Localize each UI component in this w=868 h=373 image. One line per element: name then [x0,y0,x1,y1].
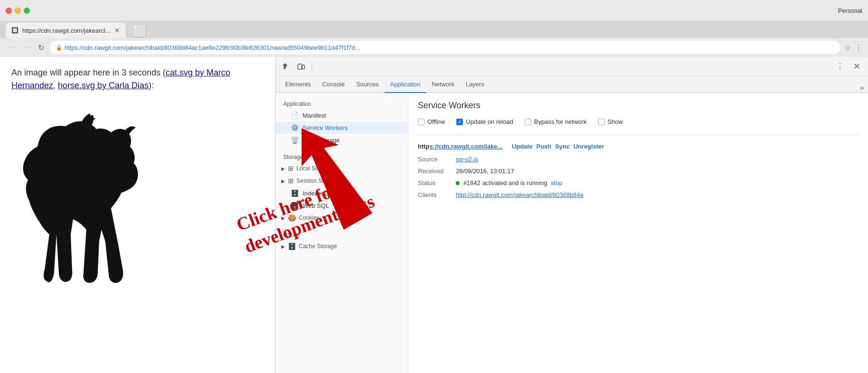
tab-close-button[interactable]: ✕ [114,27,120,34]
source-row: Source sw-v2.js [418,156,859,163]
devtools-sidebar: Application 📄 Manifest ⚙️ Service Worker… [276,93,408,373]
worker-url-prefix: http [418,143,430,150]
clients-label: Clients [418,191,456,198]
bypass-for-network-option[interactable]: Bypass for network [525,118,587,125]
worker-url-link[interactable]: s://cdn.rawgit.com/jake... [430,143,503,150]
clear-storage-icon: 🗑️ [291,136,299,144]
local-storage-icon: ⊞ [288,165,294,172]
offline-label: Offline [427,118,445,125]
close-button[interactable] [6,8,12,14]
update-on-reload-checkbox[interactable]: ✓ [456,119,463,125]
tab-layers[interactable]: Layers [460,76,490,93]
sidebar-label-web-sql: Web SQL [303,202,329,209]
svg-rect-2 [298,64,302,69]
clients-row: Clients http://cdn.rawgit.com/jakearchib… [418,191,859,198]
sidebar-section-application: Application [276,97,408,109]
web-sql-icon: 🗄️ [291,202,299,209]
sidebar-section-storage: Storage [276,150,408,162]
show-label: Show [608,118,623,125]
stop-link[interactable]: stop [551,179,563,186]
push-link[interactable]: Push [536,143,552,150]
offline-option[interactable]: Offline [418,118,445,125]
sidebar-label-local-storage: Local Storage [296,165,332,172]
clients-value-link[interactable]: http://cdn.rawgit.com/jakearchibald/8036… [456,191,583,198]
show-option[interactable]: Show [598,118,623,125]
sidebar-group-session-storage[interactable]: ▶ ⊞ Session Storage [276,175,408,187]
bookmark-button[interactable]: ☆ [844,43,851,52]
sidebar-label-manifest: Manifest [303,112,326,119]
tab-elements[interactable]: Elements [279,76,316,93]
toolbar-separator [312,62,312,71]
sidebar-label-clear-storage: Clear storage [303,137,340,144]
service-workers-icon: ⚙️ [291,124,299,131]
cookies-arrow: ▶ [281,215,285,221]
minimize-button[interactable] [15,8,21,14]
browser-tab[interactable]: 🔲 https://cdn.rawgit.com/jakearcl... ✕ [6,23,126,38]
horse-link[interactable]: horse.svg by Carla Dias [58,81,148,90]
status-indicator [456,181,460,185]
sidebar-group-cookies[interactable]: ▶ 🍪 Cookies [276,212,408,224]
page-intro-text: An image will appear here in 3 seconds (… [11,66,264,92]
back-button[interactable]: ← [6,42,17,53]
tab-title: https://cdn.rawgit.com/jakearcl... [22,27,111,34]
update-link[interactable]: Update [512,143,533,150]
bypass-for-network-label: Bypass for network [534,118,587,125]
more-tabs-button[interactable]: » [860,84,864,92]
tab-favicon: 🔲 [11,27,18,34]
source-file-link[interactable]: sw-v2.js [456,156,478,163]
refresh-button[interactable]: ↻ [36,42,46,53]
worker-url-row: https://cdn.rawgit.com/jake... Update Pu… [418,143,859,150]
source-label: Source [418,156,456,163]
manifest-icon: 📄 [291,112,299,119]
panel-title: Service Workers [418,101,859,111]
status-label: Status [418,179,456,186]
bypass-for-network-checkbox[interactable] [525,119,531,125]
session-storage-arrow: ▶ [281,178,285,184]
device-toolbar-icon[interactable] [295,60,308,73]
cookies-icon: 🍪 [288,214,296,222]
show-checkbox[interactable] [598,119,605,125]
address-bar-input[interactable]: 🔒 https://cdn.rawgit.com/jakearchibald/8… [50,41,840,54]
forward-button[interactable]: → [21,42,32,53]
tab-application[interactable]: Application [385,76,426,93]
personal-label: Personal [838,7,862,14]
received-value: 28/09/2016, 13:01:17 [456,168,514,175]
tab-sources[interactable]: Sources [351,76,385,93]
devtools-main-panel: Service Workers Offline ✓ Update on relo… [408,93,868,373]
status-row: Status #1842 activated and is running st… [418,179,859,186]
tab-console[interactable]: Console [316,76,351,93]
sidebar-group-local-storage[interactable]: ▶ ⊞ Local Storage [276,162,408,175]
sidebar-item-clear-storage[interactable]: 🗑️ Clear storage [276,134,408,146]
cache-storage-arrow: ▶ [281,244,285,249]
update-on-reload-label: Update on reload [466,118,513,125]
offline-checkbox[interactable] [418,119,425,125]
inspector-icon[interactable] [279,60,293,73]
sidebar-item-manifest[interactable]: 📄 Manifest [276,109,408,121]
status-value: #1842 activated and is running stop [456,179,563,186]
received-row: Received 28/09/2016, 13:01:17 [418,168,859,175]
fullscreen-button[interactable] [24,8,30,14]
devtools-menu-button[interactable]: ⋮ [832,60,848,73]
local-storage-arrow: ▶ [281,166,285,171]
new-tab-button[interactable]: ⬜ [126,25,154,38]
sidebar-item-web-sql[interactable]: 🗄️ Web SQL [276,199,408,212]
sidebar-item-service-workers[interactable]: ⚙️ Service Workers [276,121,408,134]
update-on-reload-option[interactable]: ✓ Update on reload [456,118,513,125]
devtools-close-button[interactable]: ✕ [850,59,864,74]
service-worker-options: Offline ✓ Update on reload Bypass for ne… [418,118,859,125]
devtools-tabs: Elements Console Sources Application Net… [276,76,868,93]
indexeddb-icon: 🗄️ [291,189,299,197]
received-label: Received [418,168,456,175]
menu-button[interactable]: ⋮ [855,43,862,52]
sidebar-section-cache: Cache [276,228,408,240]
sidebar-label-service-workers: Service Workers [303,124,348,131]
sync-link[interactable]: Sync [555,143,570,150]
unregister-link[interactable]: Unregister [573,143,604,150]
sidebar-label-session-storage: Session Storage [296,177,338,184]
sidebar-item-indexeddb[interactable]: 🗄️ IndexedDB [276,187,408,199]
devtools-panel: ⋮ ✕ Elements Console Sources Application… [275,57,868,373]
sidebar-group-cache-storage[interactable]: ▶ 🗄️ Cache Storage [276,240,408,252]
tab-network[interactable]: Network [426,76,460,93]
service-worker-entry: https://cdn.rawgit.com/jake... Update Pu… [418,135,859,198]
ssl-icon: 🔒 [55,44,63,51]
